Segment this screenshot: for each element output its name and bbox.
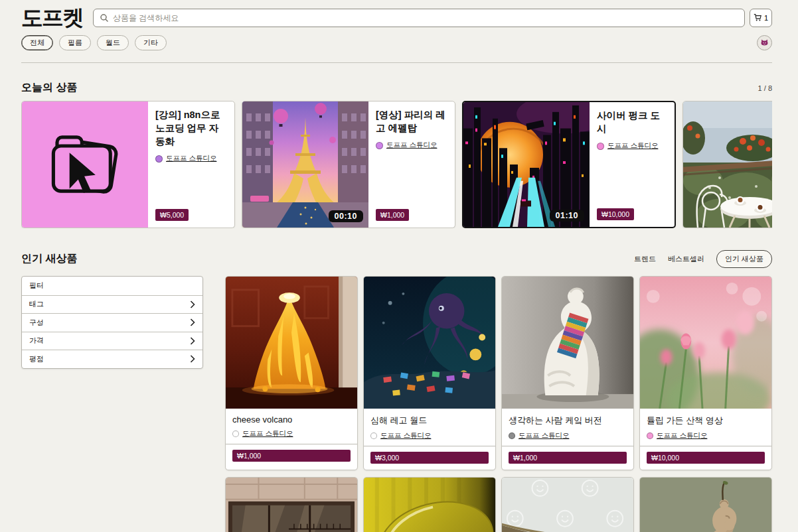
creator-avatar-dot — [647, 432, 653, 439]
profile-avatar-button[interactable] — [757, 35, 772, 50]
sort-tabs: 트렌드 베스트셀러 인기 새상품 — [634, 250, 772, 268]
section-title-today: 오늘의 상품 — [21, 81, 77, 95]
creator-avatar-dot — [376, 142, 383, 149]
product-image-storefront — [226, 478, 357, 532]
creator-row: 도프프 스튜디오 — [155, 154, 228, 163]
section-title-popular: 인기 새상품 — [21, 252, 77, 266]
search-bar — [93, 9, 745, 27]
filter-row-rating[interactable]: 평점 — [22, 350, 202, 368]
product-image-yellow-lamp — [364, 478, 495, 532]
filter-panel-header: 필터 — [22, 277, 202, 295]
product-title: cheese volcano — [232, 415, 351, 425]
creator-link[interactable]: 도프프 스튜디오 — [166, 154, 216, 163]
hero-carousel: [강의] n8n으로 노코딩 업무 자동화 도프프 스튜디오 ₩5,000 — [21, 101, 772, 228]
price-badge: ₩5,000 — [155, 209, 189, 221]
tab-bestseller[interactable]: 베스트셀러 — [668, 254, 704, 264]
header: 도프켓 1 전체 필름 월드 기타 — [0, 0, 798, 63]
category-chip-film[interactable]: 필름 — [59, 35, 91, 50]
creator-link[interactable]: 도프프 스튜디오 — [607, 141, 658, 151]
product-card-deep-sea-lego[interactable]: 심해 레고 월드 도프프 스튜디오 ₩3,000 — [363, 276, 496, 470]
category-chip-all[interactable]: 전체 — [21, 35, 53, 50]
creator-avatar-dot — [155, 155, 163, 163]
search-icon — [100, 13, 109, 23]
price-badge: ₩1,000 — [232, 450, 351, 462]
duration-badge: 01:10 — [550, 210, 584, 222]
price-badge: ₩10,000 — [647, 452, 765, 464]
product-image-thinker-cake — [502, 277, 633, 409]
product-image-lego-paris: 00:10 — [242, 101, 368, 228]
product-image-balcony-sea-view — [683, 101, 772, 228]
chevron-right-icon — [190, 355, 195, 363]
category-chip-world[interactable]: 월드 — [97, 35, 129, 50]
cart-button[interactable]: 1 — [750, 9, 772, 27]
hero-card-lego-paris[interactable]: 00:10 [영상] 파리의 레고 에펠탑 도프프 스튜디오 ₩1,000 — [242, 101, 455, 228]
header-divider — [21, 62, 772, 63]
creator-avatar-dot — [597, 143, 604, 150]
filter-row-tag[interactable]: 태그 — [22, 295, 202, 314]
filter-row-price[interactable]: 가격 — [22, 332, 202, 350]
price-badge: ₩1,000 — [509, 452, 627, 464]
chevron-right-icon — [190, 318, 195, 326]
creator-link[interactable]: 도프프 스튜디오 — [657, 431, 707, 440]
product-title: 심해 레고 월드 — [370, 415, 489, 427]
cart-icon — [754, 13, 762, 22]
price-badge: ₩3,000 — [370, 452, 489, 464]
creator-row: 도프프 스튜디오 — [370, 431, 489, 440]
product-card-cheese-volcano[interactable]: cheese volcano 도프프 스튜디오 ₩1,000 — [225, 276, 358, 470]
cat-avatar-icon — [759, 38, 769, 48]
tab-trend[interactable]: 트렌드 — [634, 254, 656, 264]
product-title: [영상] 파리의 레고 에펠탑 — [376, 108, 448, 135]
cart-count: 1 — [764, 14, 768, 22]
product-card-storefront[interactable] — [225, 477, 358, 532]
product-image-deep-sea-lego — [364, 277, 495, 409]
creator-link[interactable]: 도프프 스튜디오 — [380, 431, 431, 440]
product-image-beach-walk — [502, 478, 633, 532]
creator-row: 도프프 스튜디오 — [376, 141, 448, 150]
product-card-tulip-garden[interactable]: 튤립 가든 산책 영상 도프프 스튜디오 ₩10,000 — [639, 276, 772, 470]
creator-link[interactable]: 도프프 스튜디오 — [519, 431, 569, 440]
product-image-thinker-statue — [640, 478, 771, 532]
product-title: 생각하는 사람 케잌 버전 — [509, 415, 627, 427]
product-image-folder-cursor — [22, 101, 148, 228]
tab-popular-new[interactable]: 인기 새상품 — [716, 250, 772, 268]
carousel-pagination: 1 / 8 — [758, 84, 772, 92]
creator-avatar-dot — [509, 432, 515, 439]
duration-badge: 00:10 — [329, 210, 363, 222]
folder-cursor-icon — [39, 118, 131, 211]
creator-avatar-dot — [370, 432, 377, 439]
product-image-cyberpunk-city: 01:10 — [463, 102, 590, 227]
category-chip-etc[interactable]: 기타 — [135, 35, 167, 50]
filter-panel: 필터 태그 구성 가격 평점 — [21, 276, 203, 369]
product-card-thinker-statue[interactable] — [639, 477, 772, 532]
price-badge: ₩10,000 — [597, 208, 634, 220]
product-grid: cheese volcano 도프프 스튜디오 ₩1,000 — [225, 276, 772, 532]
creator-row: 도프프 스튜디오 — [597, 141, 668, 151]
creator-row: 도프프 스튜디오 — [232, 429, 351, 438]
product-image-tulip-garden — [640, 277, 771, 409]
hero-card-balcony-partial[interactable] — [682, 101, 772, 228]
chevron-right-icon — [190, 337, 195, 345]
product-card-yellow-lamp[interactable] — [363, 477, 496, 532]
hero-card-cyberpunk-city[interactable]: 01:10 사이버 펑크 도시 도프프 스튜디오 ₩10,000 — [462, 101, 676, 228]
todays-products-section: 오늘의 상품 1 / 8 [강의] n8n으로 노코 — [21, 81, 772, 228]
creator-row: 도프프 스튜디오 — [509, 431, 627, 440]
product-title: 사이버 펑크 도시 — [597, 109, 668, 135]
creator-avatar-dot — [232, 431, 239, 437]
product-title: [강의] n8n으로 노코딩 업무 자동화 — [155, 108, 228, 148]
creator-link[interactable]: 도프프 스튜디오 — [386, 141, 437, 150]
product-title: 튤립 가든 산책 영상 — [647, 415, 765, 427]
filter-row-composition[interactable]: 구성 — [22, 313, 202, 332]
creator-row: 도프프 스튜디오 — [647, 431, 765, 440]
price-badge: ₩1,000 — [376, 209, 409, 221]
hero-card-n8n-course[interactable]: [강의] n8n으로 노코딩 업무 자동화 도프프 스튜디오 ₩5,000 — [21, 101, 235, 228]
popular-new-products-section: 인기 새상품 트렌드 베스트셀러 인기 새상품 필터 태그 구성 가격 — [21, 250, 772, 532]
search-input[interactable] — [113, 13, 738, 23]
chevron-right-icon — [190, 300, 195, 308]
creator-link[interactable]: 도프프 스튜디오 — [242, 429, 293, 438]
product-card-beach-walk[interactable] — [501, 477, 634, 532]
product-image-cheese-volcano — [226, 277, 357, 409]
product-card-thinker-cake[interactable]: 생각하는 사람 케잌 버전 도프프 스튜디오 ₩1,000 — [501, 276, 634, 470]
brand-logo[interactable]: 도프켓 — [21, 7, 83, 29]
